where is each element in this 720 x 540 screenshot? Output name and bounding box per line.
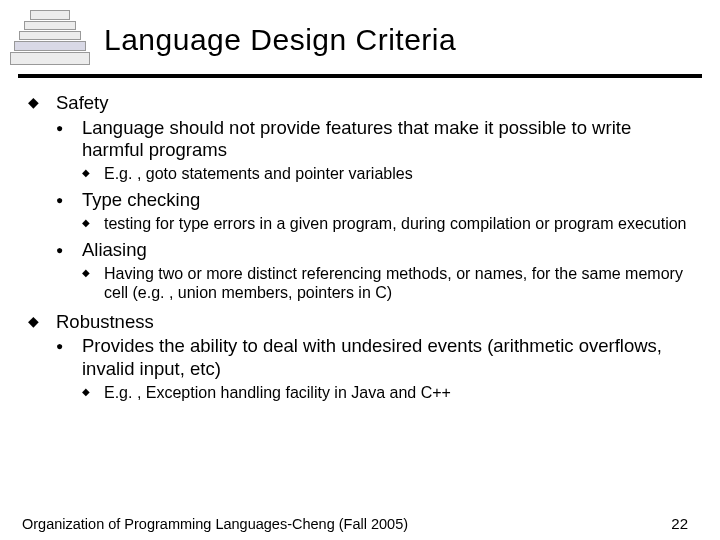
bullet-label: Aliasing — [82, 239, 147, 260]
bullet-safety: Safety Language should not provide featu… — [28, 92, 692, 303]
bullet-aliasing-desc: Having two or more distinct referencing … — [82, 264, 692, 303]
slide-content: Safety Language should not provide featu… — [0, 78, 720, 402]
slide-footer: Organization of Programming Languages-Ch… — [0, 515, 720, 532]
page-number: 22 — [671, 515, 698, 532]
bullet-label: Provides the ability to deal with undesi… — [82, 335, 662, 379]
bullet-label: Type checking — [82, 189, 200, 210]
bullet-label: Safety — [56, 92, 108, 113]
bullet-aliasing: Aliasing Having two or more distinct ref… — [56, 239, 692, 303]
bullet-goto-example: E.g. , goto statements and pointer varia… — [82, 164, 692, 184]
bullet-type-checking: Type checking testing for type errors in… — [56, 189, 692, 233]
bullet-language-features: Language should not provide features tha… — [56, 117, 692, 184]
bullet-robustness: Robustness Provides the ability to deal … — [28, 311, 692, 402]
bullet-undesired-events: Provides the ability to deal with undesi… — [56, 335, 692, 402]
footer-course: Organization of Programming Languages-Ch… — [22, 516, 408, 532]
logo-pyramid-icon — [10, 10, 90, 70]
bullet-label: Language should not provide features tha… — [82, 117, 631, 161]
slide-header: Language Design Criteria — [0, 0, 720, 70]
bullet-type-errors: testing for type errors in a given progr… — [82, 214, 692, 234]
bullet-exception-handling: E.g. , Exception handling facility in Ja… — [82, 383, 692, 403]
bullet-label: Robustness — [56, 311, 154, 332]
slide-title: Language Design Criteria — [104, 23, 456, 57]
